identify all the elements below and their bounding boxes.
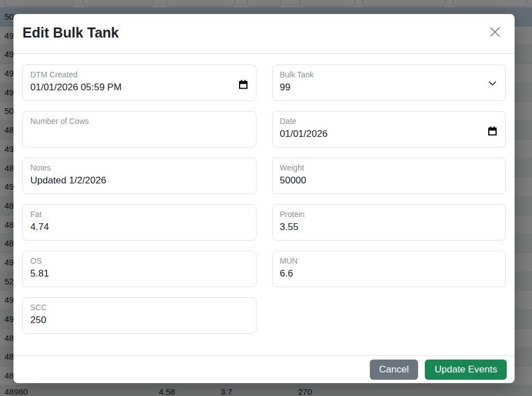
field-label: Number of Cows: [30, 117, 233, 126]
field-label: Bulk Tank: [280, 70, 483, 80]
field-label: OS: [30, 256, 233, 266]
field-value: Updated 1/2/2026: [30, 174, 233, 187]
field-value: 4.74: [30, 220, 233, 233]
dialog-body: DTM Created 01/01/2026 05:59 PM Bulk Tan…: [13, 54, 515, 334]
field-label: SCC: [30, 303, 233, 312]
field-value: 99: [280, 81, 483, 94]
mun-input[interactable]: MUN 6.6: [272, 251, 506, 287]
field-label: Protein: [280, 210, 483, 219]
field-label: Notes: [30, 163, 233, 173]
close-icon: [488, 33, 502, 41]
close-button[interactable]: [487, 25, 503, 40]
field-value: [30, 127, 233, 140]
dialog-footer: Cancel Update Events: [13, 355, 515, 383]
field-value: 6.6: [280, 267, 483, 280]
chevron-down-icon[interactable]: [488, 79, 497, 90]
field-value: 3.55: [280, 220, 483, 233]
dtm-created-input[interactable]: DTM Created 01/01/2026 05:59 PM: [22, 65, 256, 101]
update-events-button[interactable]: Update Events: [425, 360, 507, 380]
weight-input[interactable]: Weight 50000: [272, 158, 506, 194]
field-label: Weight: [280, 163, 483, 173]
field-label: MUN: [280, 256, 483, 266]
dialog-header: Edit Bulk Tank: [13, 14, 515, 54]
field-label: DTM Created: [30, 70, 233, 80]
bulk-tank-select[interactable]: Bulk Tank 99: [272, 65, 506, 101]
cancel-button[interactable]: Cancel: [370, 360, 419, 380]
protein-input[interactable]: Protein 3.55: [272, 204, 506, 241]
field-value: 5.81: [30, 267, 233, 280]
calendar-icon[interactable]: [239, 80, 248, 91]
fat-input[interactable]: Fat 4.74: [22, 204, 256, 241]
field-value: 250: [30, 314, 233, 326]
grid-spacer: [272, 297, 506, 334]
date-input[interactable]: Date 01/01/2026: [272, 111, 506, 148]
field-label: Fat: [30, 210, 233, 219]
edit-bulk-tank-dialog: Edit Bulk Tank DTM Created 01/01/2026 05…: [13, 14, 515, 383]
number-of-cows-input[interactable]: Number of Cows: [22, 111, 256, 148]
calendar-icon[interactable]: [488, 126, 497, 138]
field-value: 01/01/2026: [280, 127, 483, 140]
field-label: Date: [280, 117, 483, 126]
os-input[interactable]: OS 5.81: [22, 251, 256, 287]
field-value: 50000: [280, 174, 483, 187]
dialog-title: Edit Bulk Tank: [22, 25, 119, 41]
field-value: 01/01/2026 05:59 PM: [30, 81, 233, 94]
notes-input[interactable]: Notes Updated 1/2/2026: [22, 158, 256, 194]
scc-input[interactable]: SCC 250: [22, 297, 256, 334]
